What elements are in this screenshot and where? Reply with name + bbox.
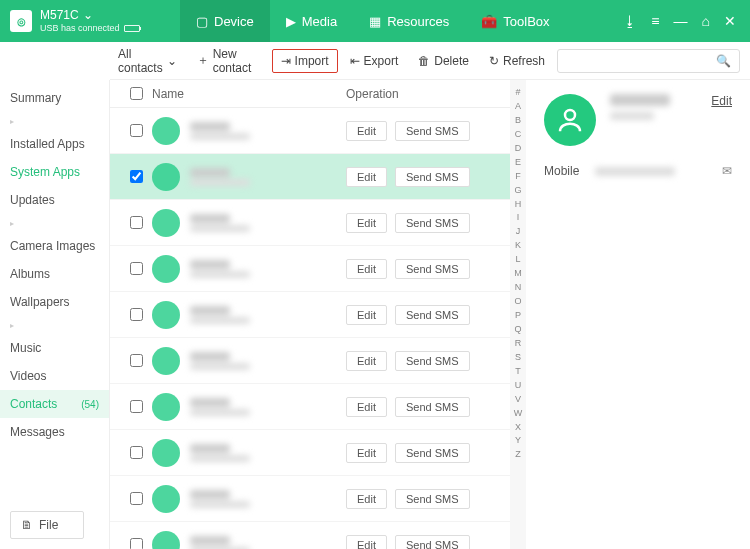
send-sms-button[interactable]: Send SMS bbox=[395, 397, 470, 417]
az-S[interactable]: S bbox=[515, 351, 521, 365]
az-L[interactable]: L bbox=[515, 253, 520, 267]
mail-icon[interactable]: ✉ bbox=[722, 164, 732, 178]
contact-row[interactable]: EditSend SMS bbox=[110, 154, 510, 200]
new-contact-button[interactable]: ＋New contact bbox=[189, 43, 268, 79]
tab-toolbox[interactable]: 🧰ToolBox bbox=[465, 0, 565, 42]
az-H[interactable]: H bbox=[515, 198, 522, 212]
edit-button[interactable]: Edit bbox=[346, 305, 387, 325]
contact-row[interactable]: EditSend SMS bbox=[110, 430, 510, 476]
edit-contact-link[interactable]: Edit bbox=[711, 94, 732, 108]
row-checkbox[interactable] bbox=[130, 124, 143, 137]
send-sms-button[interactable]: Send SMS bbox=[395, 121, 470, 141]
send-sms-button[interactable]: Send SMS bbox=[395, 213, 470, 233]
send-sms-button[interactable]: Send SMS bbox=[395, 351, 470, 371]
search-icon[interactable]: 🔍 bbox=[716, 54, 731, 68]
tab-media[interactable]: ▶Media bbox=[270, 0, 353, 42]
sidebar-item-camera-images[interactable]: Camera Images bbox=[0, 232, 109, 260]
filter-dropdown[interactable]: All contacts⌄ bbox=[110, 43, 185, 79]
send-sms-button[interactable]: Send SMS bbox=[395, 489, 470, 509]
row-checkbox[interactable] bbox=[130, 170, 143, 183]
tab-resources[interactable]: ▦Resources bbox=[353, 0, 465, 42]
row-checkbox[interactable] bbox=[130, 262, 143, 275]
contact-row[interactable]: EditSend SMS bbox=[110, 200, 510, 246]
select-all-checkbox[interactable] bbox=[130, 87, 143, 100]
az-R[interactable]: R bbox=[515, 337, 522, 351]
az-M[interactable]: M bbox=[514, 267, 522, 281]
edit-button[interactable]: Edit bbox=[346, 489, 387, 509]
sidebar-item-albums[interactable]: Albums bbox=[0, 260, 109, 288]
edit-button[interactable]: Edit bbox=[346, 259, 387, 279]
az-T[interactable]: T bbox=[515, 365, 521, 379]
send-sms-button[interactable]: Send SMS bbox=[395, 305, 470, 325]
az-V[interactable]: V bbox=[515, 393, 521, 407]
row-checkbox[interactable] bbox=[130, 308, 143, 321]
sidebar-item-wallpapers[interactable]: Wallpapers bbox=[0, 288, 109, 316]
az-P[interactable]: P bbox=[515, 309, 521, 323]
az-X[interactable]: X bbox=[515, 421, 521, 435]
contact-row[interactable]: EditSend SMS bbox=[110, 338, 510, 384]
row-checkbox[interactable] bbox=[130, 446, 143, 459]
az-N[interactable]: N bbox=[515, 281, 522, 295]
row-checkbox[interactable] bbox=[130, 538, 143, 549]
sidebar-item-system-apps[interactable]: System Apps bbox=[0, 158, 109, 186]
contact-row[interactable]: EditSend SMS bbox=[110, 108, 510, 154]
az-O[interactable]: O bbox=[514, 295, 521, 309]
send-sms-button[interactable]: Send SMS bbox=[395, 259, 470, 279]
az-B[interactable]: B bbox=[515, 114, 521, 128]
edit-button[interactable]: Edit bbox=[346, 167, 387, 187]
sidebar-item-videos[interactable]: Videos bbox=[0, 362, 109, 390]
row-checkbox[interactable] bbox=[130, 492, 143, 505]
edit-button[interactable]: Edit bbox=[346, 121, 387, 141]
export-button[interactable]: ⇤Export bbox=[342, 50, 407, 72]
row-checkbox[interactable] bbox=[130, 216, 143, 229]
search-box[interactable]: 🔍 bbox=[557, 49, 740, 73]
send-sms-button[interactable]: Send SMS bbox=[395, 535, 470, 550]
home-icon[interactable]: ⌂ bbox=[702, 13, 710, 29]
contact-row[interactable]: EditSend SMS bbox=[110, 384, 510, 430]
send-sms-button[interactable]: Send SMS bbox=[395, 167, 470, 187]
edit-button[interactable]: Edit bbox=[346, 351, 387, 371]
az-Y[interactable]: Y bbox=[515, 434, 521, 448]
edit-button[interactable]: Edit bbox=[346, 397, 387, 417]
az-D[interactable]: D bbox=[515, 142, 522, 156]
az-J[interactable]: J bbox=[516, 225, 521, 239]
az-C[interactable]: C bbox=[515, 128, 522, 142]
row-checkbox[interactable] bbox=[130, 354, 143, 367]
minimize-icon[interactable]: — bbox=[674, 13, 688, 29]
chevron-down-icon[interactable]: ⌄ bbox=[83, 8, 93, 22]
sidebar-item-installed-apps[interactable]: Installed Apps bbox=[0, 130, 109, 158]
device-info[interactable]: ◎ M571C⌄ USB has connected bbox=[0, 8, 180, 33]
sidebar-item-music[interactable]: Music bbox=[0, 334, 109, 362]
file-button[interactable]: 🗎File bbox=[10, 511, 84, 539]
az-U[interactable]: U bbox=[515, 379, 522, 393]
import-button[interactable]: ⇥Import bbox=[272, 49, 338, 73]
az-#[interactable]: # bbox=[515, 86, 520, 100]
az-Q[interactable]: Q bbox=[514, 323, 521, 337]
edit-button[interactable]: Edit bbox=[346, 213, 387, 233]
contact-row[interactable]: EditSend SMS bbox=[110, 246, 510, 292]
delete-button[interactable]: 🗑Delete bbox=[410, 50, 477, 72]
az-K[interactable]: K bbox=[515, 239, 521, 253]
edit-button[interactable]: Edit bbox=[346, 443, 387, 463]
download-icon[interactable]: ⭳ bbox=[623, 13, 637, 29]
sidebar-item-messages[interactable]: Messages bbox=[0, 418, 109, 446]
sidebar-item-contacts[interactable]: Contacts(54) bbox=[0, 390, 109, 418]
contact-row[interactable]: EditSend SMS bbox=[110, 292, 510, 338]
edit-button[interactable]: Edit bbox=[346, 535, 387, 550]
tab-device[interactable]: ▢Device bbox=[180, 0, 270, 42]
az-Z[interactable]: Z bbox=[515, 448, 521, 462]
contact-row[interactable]: EditSend SMS bbox=[110, 476, 510, 522]
az-A[interactable]: A bbox=[515, 100, 521, 114]
az-F[interactable]: F bbox=[515, 170, 521, 184]
az-I[interactable]: I bbox=[517, 211, 520, 225]
sidebar-item-updates[interactable]: Updates bbox=[0, 186, 109, 214]
az-E[interactable]: E bbox=[515, 156, 521, 170]
search-input[interactable] bbox=[566, 54, 716, 68]
close-icon[interactable]: ✕ bbox=[724, 13, 736, 29]
menu-icon[interactable]: ≡ bbox=[651, 13, 659, 29]
row-checkbox[interactable] bbox=[130, 400, 143, 413]
send-sms-button[interactable]: Send SMS bbox=[395, 443, 470, 463]
contact-row[interactable]: EditSend SMS bbox=[110, 522, 510, 549]
refresh-button[interactable]: ↻Refresh bbox=[481, 50, 553, 72]
az-W[interactable]: W bbox=[514, 407, 523, 421]
